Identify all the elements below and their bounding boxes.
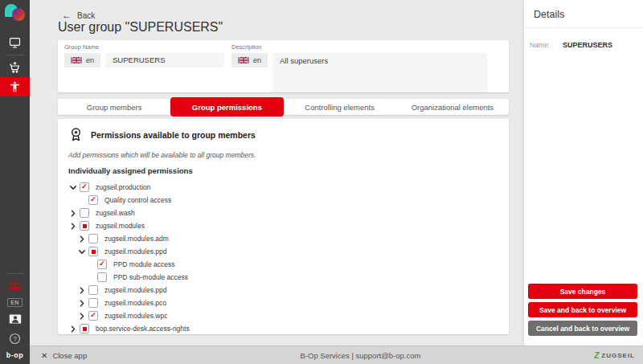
permissions-tree: ✓zugseil.production✓Quality control acce… [58, 181, 509, 335]
checkbox-indeterminate[interactable]: ✓ [88, 247, 98, 256]
details-name-value: SUPERUSERS [563, 41, 612, 49]
tab-group-members[interactable]: Group members [58, 99, 170, 115]
checkbox-indeterminate[interactable]: ✓ [80, 221, 89, 231]
main-content: ← Back User group "SUPERUSERS" Group Nam… [30, 0, 524, 346]
permission-tree-row: ✓zugseil.modules.ppd [58, 284, 509, 297]
sidebar-item-users-active[interactable] [0, 77, 30, 96]
permission-label: PPD sub-module access [113, 273, 188, 281]
zugseil-logo-text: ZUGSEIL [601, 352, 635, 359]
checkbox-checked[interactable]: ✓ [88, 311, 98, 321]
group-name-input[interactable]: SUPERUSERS [105, 53, 224, 67]
close-app-label: Close app [52, 351, 87, 360]
checkbox-unchecked[interactable]: ✓ [80, 208, 89, 218]
permission-label: zugseil.modules.pco [104, 299, 166, 307]
uk-flag-icon [238, 57, 249, 63]
tab-organizational-elements[interactable]: Organizational elements [396, 99, 509, 115]
description-language-chip[interactable]: en [231, 53, 268, 67]
description-label: Description [231, 43, 487, 51]
permission-tree-row: ✓zugseil.modules [58, 219, 509, 232]
details-name-label: Name: [530, 41, 563, 49]
permission-label: zugseil.modules.ppd [104, 247, 167, 256]
svg-text:?: ? [13, 335, 17, 342]
group-name-lang-code: en [86, 56, 94, 64]
permission-tree-row: ✓zugseil.modules.wpc [58, 309, 509, 322]
chevron-right-icon[interactable] [68, 325, 78, 333]
app-logo-icon[interactable] [5, 4, 26, 23]
app-sidebar: EN ? b-op [0, 0, 30, 364]
bop-logo: b-op [6, 351, 24, 359]
permission-label: PPD module access [113, 260, 175, 268]
close-app-button[interactable]: ✕ Close app [41, 351, 87, 360]
permission-label: zugseil.wash [96, 209, 135, 217]
checkbox-unchecked[interactable]: ✓ [97, 272, 107, 282]
page-title: User group "SUPERUSERS" [58, 20, 223, 35]
checkbox-checked[interactable]: ✓ [80, 182, 89, 192]
permission-tree-row: ✓PPD sub-module access [58, 271, 509, 284]
tab-strip: Group membersGroup permissionsControllin… [58, 99, 509, 115]
permissions-hint: Add permissions which will be available … [68, 151, 498, 159]
permission-label: zugseil.modules.adm [104, 235, 169, 243]
zugseil-logo: Z ZUGSEIL [594, 351, 635, 360]
permission-tree-row: ✓zugseil.production [58, 181, 509, 194]
group-name-language-chip[interactable]: en [64, 53, 100, 67]
chevron-right-icon[interactable] [68, 209, 78, 217]
chevron-right-icon[interactable] [77, 235, 87, 243]
uk-flag-icon [71, 57, 82, 63]
language-selector[interactable]: EN [7, 298, 23, 307]
footer-bar: ✕ Close app B-Op Services | support@b-op… [30, 346, 643, 364]
contact-card-icon[interactable] [0, 309, 30, 329]
permission-tree-row: ✓Quality control access [58, 194, 509, 207]
user-group-red-icon[interactable] [0, 276, 30, 296]
details-title: Details [524, 0, 643, 28]
permission-label: zugseil.modules.ppd [104, 286, 167, 294]
permission-label: zugseil.production [96, 183, 151, 191]
permission-label: Quality control access [104, 196, 171, 204]
checkbox-unchecked[interactable]: ✓ [88, 234, 98, 243]
description-input[interactable]: All superusers [272, 53, 487, 92]
support-text: B-Op Services | support@b-op.com [301, 351, 421, 360]
group-form-card: Group Name en SUPERUSERS Description [58, 40, 509, 92]
checkbox-indeterminate[interactable]: ✓ [80, 324, 89, 333]
details-panel: Details Name: SUPERUSERS Save changes Sa… [524, 0, 643, 346]
chevron-right-icon[interactable] [68, 222, 78, 230]
help-icon[interactable]: ? [0, 329, 30, 348]
back-arrow-icon: ← [62, 10, 72, 21]
monitor-icon[interactable] [0, 33, 30, 52]
save-and-back-button[interactable]: Save and back to overview [528, 302, 637, 317]
group-name-label: Group Name [64, 43, 224, 51]
chevron-down-icon[interactable] [77, 247, 87, 256]
tab-group-permissions[interactable]: Group permissions [170, 97, 283, 117]
permissions-card: Permissions available to group members A… [58, 119, 509, 334]
chevron-right-icon[interactable] [77, 286, 87, 294]
checkbox-checked[interactable]: ✓ [97, 260, 107, 269]
permission-tree-row: ✓bop.service-desk.access-rights [58, 322, 509, 335]
permission-label: bop.service-desk.access-rights [96, 325, 190, 333]
permission-tree-row: ✓zugseil.modules.pco [58, 297, 509, 309]
sidebar-divider [6, 55, 24, 55]
back-label: Back [77, 11, 95, 20]
permission-label: zugseil.modules.wpc [104, 312, 167, 320]
checkbox-unchecked[interactable]: ✓ [88, 298, 98, 308]
permissions-subtitle: Individually assigned permissions [68, 166, 498, 175]
permission-tree-row: ✓zugseil.modules.adm [58, 232, 509, 245]
close-icon: ✕ [41, 351, 47, 360]
cancel-and-back-button[interactable]: Cancel and back to overview [528, 321, 637, 336]
save-changes-button[interactable]: Save changes [528, 284, 637, 299]
medal-icon [68, 127, 84, 142]
cart-plus-icon[interactable] [0, 58, 30, 77]
permission-label: zugseil.modules [96, 222, 145, 230]
chevron-down-icon[interactable] [68, 183, 78, 191]
tab-controlling-elements[interactable]: Controlling elements [284, 99, 396, 115]
back-button[interactable]: ← Back [62, 10, 95, 21]
checkbox-unchecked[interactable]: ✓ [88, 285, 98, 295]
permission-tree-row: ✓zugseil.wash [58, 207, 509, 219]
permissions-title: Permissions available to group members [91, 130, 256, 140]
chevron-right-icon[interactable] [77, 312, 87, 320]
zugseil-z-icon: Z [594, 351, 599, 360]
permission-tree-row: ✓PPD module access [58, 258, 509, 271]
description-lang-code: en [253, 56, 261, 64]
chevron-right-icon[interactable] [77, 299, 87, 307]
permission-tree-row: ✓zugseil.modules.ppd [58, 245, 509, 258]
sidebar-divider [6, 273, 24, 274]
checkbox-checked[interactable]: ✓ [88, 195, 98, 205]
